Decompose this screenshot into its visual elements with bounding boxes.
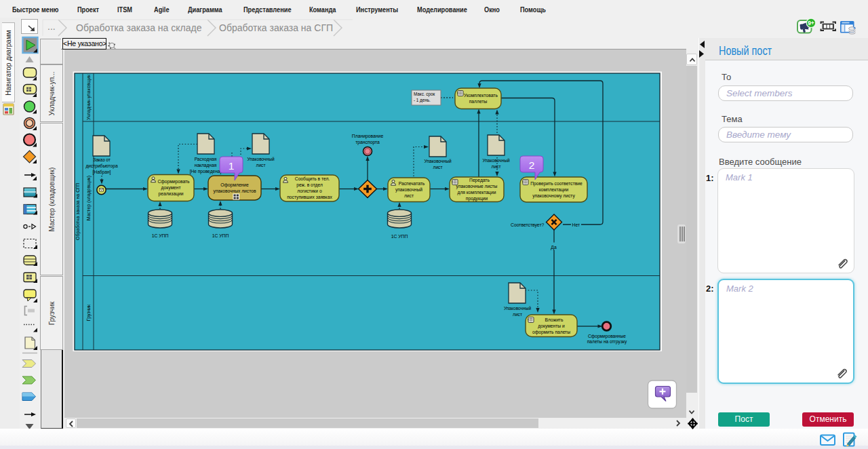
svg-text:Планирование: Планирование bbox=[352, 134, 384, 139]
svg-text:лист: лист bbox=[513, 312, 522, 317]
svg-text:Мастер (кладовщик): Мастер (кладовщик) bbox=[86, 176, 92, 220]
svg-text:Упаковочный: Упаковочный bbox=[247, 157, 275, 161]
svg-text:лист: лист bbox=[256, 163, 266, 168]
svg-text:Упаковочный: Упаковочный bbox=[504, 306, 532, 311]
svg-text:лист: лист bbox=[433, 165, 443, 170]
svg-text:Нет: Нет bbox=[572, 222, 580, 227]
svg-text:накладная: накладная bbox=[195, 163, 217, 168]
svg-text:Сформированные: Сформированные bbox=[588, 334, 626, 339]
svg-text:Вложить: Вложить bbox=[545, 317, 564, 322]
svg-text:1С УПП: 1С УПП bbox=[212, 233, 229, 238]
svg-text:паллеты: паллеты bbox=[469, 99, 488, 104]
svg-text:палеты на отгрузку: палеты на отгрузку bbox=[587, 339, 627, 345]
svg-text:Расходная: Расходная bbox=[195, 157, 217, 162]
svg-text:Укомплектовать: Укомплектовать bbox=[464, 93, 498, 98]
svg-text:1С УПП: 1С УПП bbox=[152, 233, 169, 238]
svg-text:оформить палеты: оформить палеты bbox=[532, 330, 570, 335]
svg-text:комплектации: комплектации bbox=[539, 187, 569, 193]
svg-text:[Не проведена]: [Не проведена] bbox=[190, 169, 222, 174]
svg-text:транспорта: транспорта bbox=[355, 140, 380, 145]
svg-text:Макс. срок: Макс. срок bbox=[414, 92, 435, 97]
svg-text:Проверить соответствие: Проверить соответствие bbox=[530, 181, 583, 187]
svg-text:документ: документ bbox=[161, 185, 181, 191]
svg-text:для комплектации: для комплектации bbox=[458, 190, 496, 195]
svg-text:документы и: документы и bbox=[538, 324, 565, 329]
svg-text:логистики о: логистики о bbox=[297, 189, 322, 193]
svg-text:Грузчик: Грузчик bbox=[86, 304, 92, 321]
svg-text:реализации: реализации bbox=[159, 191, 184, 197]
svg-text:1С УПП: 1С УПП bbox=[391, 234, 408, 239]
svg-text:упаковочных листов: упаковочных листов bbox=[214, 189, 256, 194]
svg-text:упаковочный: упаковочный bbox=[395, 187, 422, 193]
svg-text:- 1 день.: - 1 день. bbox=[414, 98, 431, 103]
svg-text:поступивших заявках: поступивших заявках bbox=[287, 195, 332, 200]
svg-text:Сообщить в тел.: Сообщить в тел. bbox=[295, 176, 330, 182]
svg-text:[Набран]: [Набран] bbox=[93, 170, 111, 175]
svg-text:упаковочные листы: упаковочные листы bbox=[456, 184, 498, 189]
svg-text:реж. в отдел: реж. в отдел bbox=[296, 182, 323, 188]
svg-text:2: 2 bbox=[529, 159, 535, 171]
svg-text:лист: лист bbox=[492, 164, 501, 169]
svg-text:Упаковочный: Упаковочный bbox=[424, 159, 452, 163]
svg-text:Распечатать: Распечатать bbox=[399, 181, 425, 186]
svg-text:1: 1 bbox=[229, 160, 235, 172]
svg-text:Упаковочный: Упаковочный bbox=[482, 158, 510, 163]
svg-text:Оформление: Оформление bbox=[220, 182, 249, 188]
svg-text:Соответствует?: Соответствует? bbox=[511, 222, 545, 228]
svg-text:Укладчик-упаковщик: Укладчик-упаковщик bbox=[86, 74, 92, 120]
svg-text:Заказ от: Заказ от bbox=[93, 157, 111, 162]
svg-text:9+: 9+ bbox=[808, 20, 814, 26]
svg-text:Передать: Передать bbox=[469, 178, 490, 183]
svg-text:дистрибьютора: дистрибьютора bbox=[85, 163, 117, 169]
svg-text:упаковочному листу: упаковочному листу bbox=[532, 193, 575, 199]
svg-text:лист: лист bbox=[404, 193, 414, 198]
svg-text:Сформировать: Сформировать bbox=[157, 179, 190, 184]
svg-text:Обработка заказа на СГП: Обработка заказа на СГП bbox=[75, 183, 81, 240]
svg-text:Да: Да bbox=[551, 245, 557, 250]
svg-text:продукции: продукции bbox=[466, 196, 488, 201]
